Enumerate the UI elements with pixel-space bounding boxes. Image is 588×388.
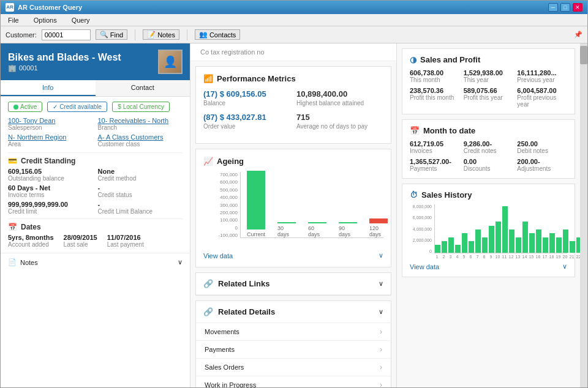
- branch-value[interactable]: 10- Receivables - North: [98, 117, 183, 124]
- branch-label: Branch: [98, 124, 183, 131]
- dates-icon: 📅: [8, 223, 17, 231]
- dates-section-header: 📅 Dates: [8, 218, 183, 231]
- tab-contact[interactable]: Contact: [96, 80, 190, 96]
- detail-wip[interactable]: Work in Progress ›: [196, 376, 391, 387]
- customer-header: Bikes and Blades - West 🏢 00001 👤: [1, 43, 190, 80]
- terms-label: Invoice terms: [8, 192, 93, 198]
- bar-current: Current: [247, 171, 265, 237]
- area-value[interactable]: N- Northern Region: [8, 133, 93, 141]
- related-details-header[interactable]: 🔗 Related Details ∨: [196, 301, 391, 323]
- credit-status-value: -: [98, 184, 183, 192]
- related-links-section: 🔗 Related Links ∨: [195, 272, 391, 296]
- ageing-chart-container: 700,000 600,000 500,000 400,000 300,000 …: [203, 172, 383, 248]
- credit-notes-field: 9,286.00- Credit notes: [464, 140, 514, 154]
- currency-badge: $ Local Currency: [112, 102, 170, 112]
- menu-query[interactable]: Query: [69, 16, 92, 24]
- profit-prev-value: 6,004,587.00: [517, 87, 567, 94]
- year-field: 1,529,938.00 This year: [464, 69, 514, 83]
- search-button[interactable]: 🔍 Find: [96, 29, 127, 40]
- hist-bar-20: [563, 229, 568, 253]
- debit-notes-value: 250.00: [517, 140, 567, 147]
- notes-section[interactable]: 📄 Notes ∨: [1, 253, 190, 271]
- main-scrollbar[interactable]: [580, 43, 587, 387]
- debit-notes-field: 250.00 Debit notes: [517, 140, 567, 154]
- customer-input[interactable]: [42, 29, 91, 40]
- ageing-view-data[interactable]: View data ∨: [203, 252, 383, 259]
- bar-60-fill: [308, 222, 326, 223]
- bar-30: 30 days: [277, 222, 296, 237]
- detail-payments[interactable]: Payments ›: [196, 341, 391, 359]
- credit-badge: ✓ Credit available: [47, 102, 107, 112]
- credit-section-header: 💳 Credit Standing: [8, 152, 183, 165]
- notes-button[interactable]: 📝 Notes: [143, 29, 179, 40]
- detail-movements[interactable]: Movements ›: [196, 323, 391, 341]
- month-label: This month: [410, 76, 460, 83]
- menu-file[interactable]: File: [6, 16, 21, 24]
- hist-bar-4: [455, 245, 461, 253]
- customer-name: Bikes and Blades - West: [8, 52, 121, 63]
- hist-bar-6: [469, 241, 474, 253]
- salesperson-value[interactable]: 100- Tony Dean: [8, 117, 93, 124]
- search-icon: 🔍: [100, 31, 108, 39]
- bar-90: 90 days: [339, 222, 357, 237]
- right-panel: ◑ Sales and Profit 606,738.00 This month…: [396, 43, 580, 387]
- dates-grid: 5yrs, 8months Account added 28/09/2015 L…: [8, 234, 183, 248]
- order-value-field: (87) $ 433,027.81 Order value: [203, 113, 290, 130]
- year-value: 1,529,938.00: [464, 69, 514, 76]
- limit-balance-label: Credit Limit Balance: [98, 208, 183, 215]
- maximize-button[interactable]: □: [560, 3, 570, 12]
- sales-history-view-data[interactable]: View data ∨: [410, 263, 567, 270]
- active-dot: [13, 105, 18, 110]
- balance-label: Balance: [203, 100, 290, 106]
- outstanding-field: 609,156.05 Outstanding balance: [8, 168, 93, 182]
- pin-icon[interactable]: 📌: [574, 31, 582, 39]
- related-links-header[interactable]: 🔗 Related Links ∨: [196, 273, 391, 295]
- discounts-field: 0.00 Discounts: [464, 158, 514, 172]
- toolbar-separator-2: [187, 29, 187, 40]
- wip-chevron: ›: [380, 381, 382, 387]
- profit-month-value: 238,570.36: [410, 87, 460, 94]
- hist-bar-16: [536, 229, 541, 253]
- hist-bar-1: [435, 245, 440, 253]
- bar-120-fill: [369, 218, 388, 223]
- hist-bar-12: [509, 229, 514, 253]
- last-sale-label: Last sale: [64, 241, 97, 248]
- sales-profit-grid: 606,738.00 This month 1,529,938.00 This …: [410, 69, 567, 108]
- hist-y-axis: 8,000,000 6,000,000 4,000,000 2,000,000 …: [410, 204, 432, 253]
- class-label: Customer class: [98, 141, 183, 147]
- toolbar: Customer: 🔍 Find 📝 Notes 👥 Contacts 📌: [1, 26, 587, 43]
- sales-history-section: ⏱ Sales History 8,000,000 6,000,000 4,00…: [402, 184, 575, 277]
- area-label: Area: [8, 141, 93, 147]
- tab-info[interactable]: Info: [1, 80, 96, 96]
- bar-30-fill: [277, 222, 296, 223]
- salesperson-field: 100- Tony Dean Salesperson: [8, 117, 93, 131]
- field-grid: 100- Tony Dean Salesperson 10- Receivabl…: [8, 117, 183, 147]
- contacts-button[interactable]: 👥 Contacts: [195, 29, 240, 40]
- detail-sales-orders[interactable]: Sales Orders ›: [196, 359, 391, 376]
- account-added-label: Account added: [8, 241, 54, 248]
- title-bar-buttons: ─ □ ✕: [548, 3, 582, 12]
- minimize-button[interactable]: ─: [548, 3, 558, 12]
- menu-options[interactable]: Options: [31, 16, 59, 24]
- scroll-thumb[interactable]: [580, 46, 587, 64]
- sales-history-chart: 8,000,000 6,000,000 4,000,000 2,000,000 …: [410, 204, 567, 259]
- ageing-icon: 📈: [203, 157, 213, 166]
- sales-profit-header: ◑ Sales and Profit: [410, 55, 567, 64]
- invoices-field: 612,719.05 Invoices: [410, 140, 460, 154]
- bar-90-fill: [339, 222, 357, 223]
- menu-bar: File Options Query: [1, 14, 587, 26]
- class-value[interactable]: A- A Class Customers: [98, 133, 183, 141]
- month-field: 606,738.00 This month: [410, 69, 460, 83]
- debit-notes-label: Debit notes: [517, 147, 567, 154]
- adjustments-field: 200.00- Adjustments: [517, 158, 567, 172]
- close-button[interactable]: ✕: [573, 3, 582, 12]
- profit-year-field: 589,075.66 Profit this year: [464, 87, 514, 108]
- main-content: Bikes and Blades - West 🏢 00001 👤 Info C…: [1, 43, 587, 387]
- invoices-label: Invoices: [410, 147, 460, 154]
- hist-bar-15: [529, 233, 535, 253]
- limit-value: 999,999,999,999.00: [8, 201, 93, 208]
- discounts-label: Discounts: [464, 165, 514, 172]
- order-label: Order value: [203, 123, 290, 130]
- prev-year-value: 16,111,280...: [517, 69, 567, 76]
- salesperson-label: Salesperson: [8, 124, 93, 131]
